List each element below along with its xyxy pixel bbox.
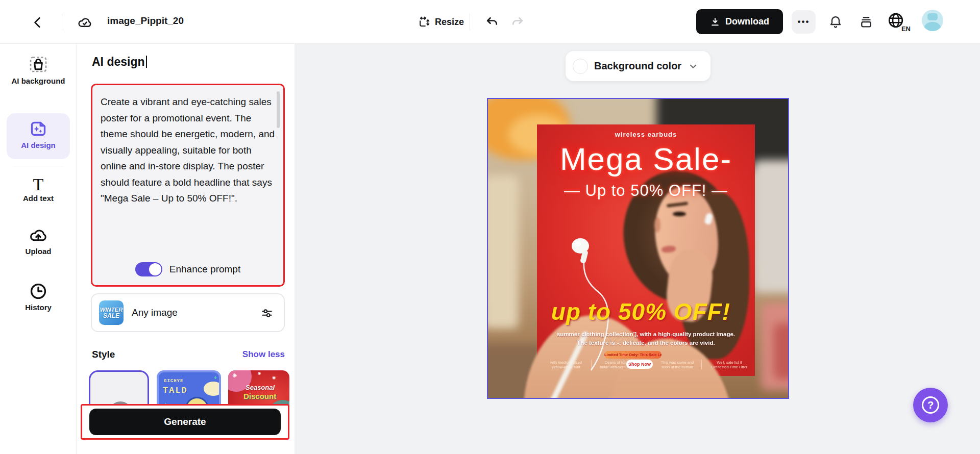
sidebar-item-label: AI background — [0, 77, 77, 86]
topbar-divider — [62, 13, 62, 31]
topbar-divider — [470, 13, 470, 31]
image-type-label: Any image — [132, 307, 178, 318]
language-label: EN — [901, 25, 911, 33]
poster-footnote: This was same andsoon at the bottom — [655, 360, 699, 369]
question-mark-icon: ? — [922, 396, 939, 414]
language-button[interactable]: EN — [886, 10, 910, 34]
poster-headline: Mega Sale- — [532, 141, 760, 177]
sidebar-item-history[interactable]: History — [0, 282, 77, 312]
user-avatar[interactable] — [922, 10, 943, 31]
drawer-icon — [859, 15, 873, 29]
snowflake-glyph: ✳ — [258, 371, 261, 376]
background-color-swatch — [573, 59, 588, 74]
download-label: Download — [725, 16, 769, 27]
redo-button-disabled[interactable] — [507, 12, 528, 33]
poster-footnote: Well, sale list itLimitested Time Offer — [705, 360, 753, 369]
panel-title: AI design — [92, 55, 147, 69]
pixel-tile-text: TALD — [163, 386, 188, 395]
poster-kicker: wireless earbuds — [537, 131, 755, 138]
poster-body-line: summer clothing collection'], with a hig… — [537, 331, 755, 337]
show-less-link[interactable]: Show less — [242, 349, 285, 360]
sidebar-divider — [13, 166, 64, 166]
filter-sliders-icon[interactable] — [260, 307, 274, 320]
back-chevron-icon — [31, 16, 44, 29]
back-button[interactable] — [28, 12, 48, 33]
sidebar-item-add-text[interactable]: T Add text — [0, 175, 77, 203]
sidebar-item-ai-background[interactable]: AI background — [0, 53, 77, 86]
style-heading: Style — [92, 349, 115, 360]
bell-icon — [828, 15, 843, 29]
poster-offer-text: up to 50% OFF! — [527, 298, 755, 325]
snowflake-glyph: ✳ — [272, 375, 276, 381]
toggle-knob — [149, 263, 161, 275]
selected-poster-artboard[interactable]: wireless earbuds Mega Sale- — Up to 50% … — [487, 98, 789, 399]
resize-button[interactable]: Resize — [413, 11, 468, 33]
thumb-text: WINTER — [100, 307, 123, 313]
app-root: image_Pippit_20 Resize Download ••• EN — [0, 0, 980, 454]
pixel-tile-text: GICHYE — [164, 379, 183, 384]
assets-drawer-button[interactable] — [855, 11, 877, 33]
download-button[interactable]: Download — [696, 9, 783, 34]
resize-label: Resize — [435, 17, 464, 28]
shop-now-button: Shop Now — [626, 360, 653, 369]
generate-button[interactable]: Generate — [89, 409, 281, 435]
snowflake-glyph: ✳ — [232, 372, 237, 379]
cloud-check-icon — [77, 15, 92, 30]
ai-design-icon — [28, 118, 48, 139]
image-type-selector[interactable]: WINTER SALE Any image — [91, 293, 285, 332]
redo-icon — [510, 15, 525, 30]
history-clock-icon — [29, 282, 48, 301]
winter-sale-thumbnail: WINTER SALE — [99, 300, 124, 325]
avatar-head-shape — [927, 13, 938, 20]
prompt-text: Create a vibrant and eye-catching sales … — [101, 94, 278, 207]
resize-icon — [418, 16, 430, 29]
thumb-text: SALE — [103, 313, 119, 319]
add-text-icon: T — [0, 175, 77, 194]
poster-footnote-divider — [701, 360, 702, 369]
help-button[interactable]: ? — [913, 388, 948, 422]
top-bar: image_Pippit_20 Resize Download ••• EN — [0, 0, 980, 44]
canvas-area[interactable]: Background color — [296, 44, 980, 454]
prompt-textarea[interactable]: Create a vibrant and eye-catching sales … — [91, 84, 285, 287]
style-header-row: Style Show less — [92, 349, 285, 360]
document-title[interactable]: image_Pippit_20 — [107, 15, 184, 27]
left-sidebar: AI background AI design T Add text Uploa… — [0, 44, 77, 454]
enhance-prompt-row: Enhance prompt — [92, 262, 283, 276]
poster-subheadline: — Up to 50% OFF! — — [537, 182, 755, 200]
background-color-dropdown[interactable]: Background color — [566, 51, 710, 81]
undo-button[interactable] — [482, 12, 502, 33]
avatar-body-shape — [924, 22, 941, 31]
prompt-scrollbar[interactable] — [277, 91, 280, 128]
background-color-label: Background color — [594, 60, 681, 72]
seasonal-tile-text: Discount — [243, 392, 276, 400]
sidebar-item-upload[interactable]: Upload — [0, 225, 77, 256]
enhance-prompt-label: Enhance prompt — [169, 264, 240, 275]
notifications-button[interactable] — [825, 11, 846, 33]
undo-icon — [485, 15, 499, 30]
download-icon — [710, 17, 720, 27]
ai-background-icon — [28, 53, 48, 74]
sidebar-item-label: Upload — [0, 247, 77, 256]
chevron-down-icon — [688, 61, 699, 72]
sidebar-item-label: AI design — [7, 141, 70, 150]
sidebar-item-label: Add text — [0, 194, 77, 203]
seasonal-tile-text: Seasonal — [246, 384, 275, 391]
ai-design-panel: AI design Create a vibrant and eye-catch… — [77, 44, 295, 454]
poster-footnote: with medium-sizedyellow-white font — [544, 360, 588, 369]
enhance-prompt-toggle-on[interactable] — [135, 262, 162, 276]
generate-highlight-box: Generate — [81, 404, 289, 440]
poster-footnote-divider — [591, 360, 592, 369]
sidebar-item-ai-design-active[interactable]: AI design — [7, 113, 70, 159]
text-cursor — [146, 56, 147, 68]
poster-ribbon-badge: Limited Time Only: This Sale Last — [604, 351, 662, 359]
sidebar-item-label: History — [0, 303, 77, 312]
poster-body-line: The texture is:-: delicate, and the colo… — [537, 340, 755, 346]
pixel-sparkle: + — [214, 375, 217, 381]
upload-cloud-icon — [28, 225, 48, 245]
pixel-speech-bubble — [204, 382, 221, 396]
more-options-button[interactable]: ••• — [792, 10, 816, 34]
cloud-save-status[interactable] — [76, 13, 94, 32]
